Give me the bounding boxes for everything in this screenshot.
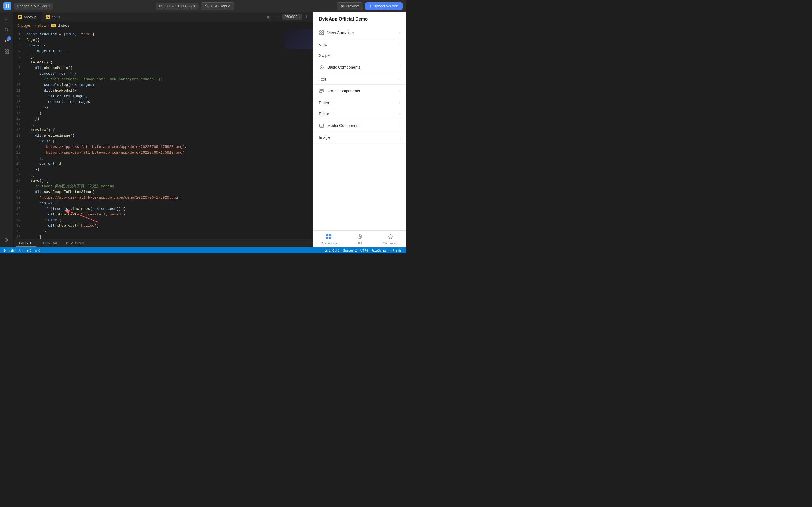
main-layout: 1 JS photo.js JS api.js ⊞ ··· 360x800 [0, 12, 406, 247]
svg-rect-12 [7, 52, 9, 54]
tab-api-js[interactable]: JS api.js [42, 12, 65, 22]
warnings-status[interactable]: ⚠ 0 [35, 249, 40, 252]
svg-point-19 [321, 67, 322, 68]
section-basic-components-label: Basic Components [327, 65, 396, 69]
cursor-position[interactable]: Ln 1, Col 1 [325, 249, 340, 252]
tab-photo-js[interactable]: JS photo.js [13, 12, 42, 22]
code-line: 33 dlt.showToast('Successfully saved') [13, 212, 313, 217]
upload-icon: ↑ [370, 4, 371, 8]
code-line: 13 content: res.images [13, 99, 313, 105]
list-item-text[interactable]: Text › [313, 74, 406, 85]
code-line: 35 dlt.showToast('Failed') [13, 223, 313, 229]
view-container-icon [319, 30, 324, 36]
resolution-text: 360x800 [285, 15, 297, 19]
section-basic-components[interactable]: Basic Components › [313, 61, 406, 74]
components-tab-label: Components [320, 242, 337, 245]
upload-version-button[interactable]: ↑ Upload Version [365, 2, 403, 10]
swiper-item-label: Swiper [319, 53, 331, 58]
list-item-editor[interactable]: Editor › [313, 108, 406, 119]
output-tab[interactable]: OUTPUT [16, 240, 36, 247]
git-branch-label: main* [8, 249, 16, 252]
code-line: 2Page({ [13, 37, 313, 43]
svg-rect-26 [329, 234, 331, 236]
topbar: Choose a MiniApp ▾ 0922337321000866 ▾ 🔌 … [0, 0, 406, 12]
language-label: JavaScript [371, 249, 386, 252]
button-item-label: Button [319, 101, 330, 105]
svg-rect-2 [6, 6, 7, 8]
usb-debug-label: USB Debug [211, 4, 231, 8]
more-actions-button[interactable]: ··· [274, 14, 281, 20]
image-item-chevron-icon: › [399, 135, 400, 139]
code-editor[interactable]: 1const trueList = [true, 'true'] 2Page({… [13, 29, 313, 239]
resolution-selector[interactable]: 360x800 ▾ [282, 14, 302, 20]
sync-status[interactable]: ↻ [19, 249, 23, 252]
activity-search[interactable] [2, 25, 12, 35]
tab-api[interactable]: API [344, 231, 375, 247]
section-form-components-label: Form Components [327, 89, 396, 93]
terminal-tab[interactable]: TERMINAL [38, 240, 61, 246]
breadcrumb-sep-1: › [33, 24, 34, 27]
chevron-down-icon: ▾ [49, 4, 50, 8]
section-view-container[interactable]: View Container › [313, 26, 406, 39]
list-item-button[interactable]: Button › [313, 98, 406, 108]
right-panel-header: ByteApp Official Demo [313, 12, 406, 26]
text-item-chevron-icon: › [399, 77, 400, 81]
js-file-icon-2: JS [46, 15, 50, 19]
activity-source-control[interactable]: 1 [2, 36, 12, 46]
usb-debug-button[interactable]: 🔌 USB Debug [201, 2, 234, 10]
section-media-components[interactable]: Media Components › [313, 119, 406, 132]
code-line: 24 current: 1 [13, 161, 313, 167]
activity-files[interactable] [2, 14, 12, 24]
tab-components[interactable]: Components [313, 231, 344, 247]
activity-settings[interactable] [2, 235, 12, 245]
status-bar: main* ↻ ⊘ 0 ⚠ 0 Ln 1, Col 1 Spaces: 2 UT… [0, 247, 406, 253]
svg-rect-20 [320, 90, 324, 91]
breadcrumb-folder-icon: ▪ [35, 24, 36, 27]
spaces-status[interactable]: Spaces: 2 [343, 249, 357, 252]
editor-area: JS photo.js JS api.js ⊞ ··· 360x800 ▾ ↻ … [13, 12, 313, 247]
device-id-selector[interactable]: 0922337321000866 ▾ [156, 3, 199, 10]
encoding-label: UTF8 [360, 249, 368, 252]
breadcrumb-filename[interactable]: photo.js [57, 24, 69, 27]
tab-photo-js-label: photo.js [24, 15, 37, 19]
tab-our-product[interactable]: Our Product [375, 231, 406, 247]
tab-bar: JS photo.js JS api.js ⊞ ··· 360x800 ▾ ↻ [13, 12, 313, 22]
breadcrumb-pages[interactable]: pages [21, 24, 31, 27]
code-line: 14 }) [13, 105, 313, 110]
preview-button[interactable]: ◉ Preview [337, 2, 363, 10]
code-line: 29 dlt.saveImageToPhotosAlbum( [13, 189, 313, 195]
component-list: View Container › View › Swiper › Basic C… [313, 26, 406, 230]
breadcrumb-photo[interactable]: photo [38, 24, 47, 27]
list-item-swiper[interactable]: Swiper › [313, 50, 406, 61]
basic-components-icon [319, 64, 324, 70]
code-line: 23 ], [13, 156, 313, 161]
button-item-chevron-icon: › [399, 101, 400, 105]
mini-map [285, 29, 313, 49]
status-bar-right: Ln 1, Col 1 Spaces: 2 UTF8 JavaScript ✓ … [325, 249, 403, 252]
split-editor-button[interactable]: ⊞ [265, 14, 272, 20]
miniapp-selector[interactable]: Choose a MiniApp ▾ [14, 3, 53, 10]
svg-point-30 [4, 249, 5, 250]
activity-extensions[interactable] [2, 47, 12, 57]
errors-status[interactable]: ⊘ 0 [26, 249, 31, 252]
devtools-tab[interactable]: DEVTOOLS [63, 240, 88, 246]
breadcrumb-js-icon: JS [51, 24, 56, 27]
form-components-icon [319, 88, 324, 94]
section-form-components[interactable]: Form Components › [313, 85, 406, 98]
encoding-status[interactable]: UTF8 [360, 249, 368, 252]
list-item-image[interactable]: Image › [313, 132, 406, 143]
code-line: 28 // todo: 保存图片没有回调，即没法loading [13, 184, 313, 189]
git-branch-status[interactable]: main* [3, 249, 16, 252]
language-status[interactable]: JavaScript [371, 249, 386, 252]
breadcrumb: ⬡ pages › ▪ photo › JS photo.js [13, 22, 313, 29]
list-item-view[interactable]: View › [313, 39, 406, 50]
app-logo [3, 2, 11, 10]
code-line: 10 console.log(res.images) [13, 82, 313, 88]
api-tab-icon [357, 233, 363, 241]
refresh-button[interactable]: ↻ [304, 14, 311, 20]
prettier-status[interactable]: ✓ Prettier [389, 249, 403, 252]
our-product-tab-label: Our Product [383, 242, 398, 245]
bottom-panel-tabs: OUTPUT TERMINAL DEVTOOLS [13, 239, 313, 247]
tab-api-js-label: api.js [52, 15, 60, 19]
usb-icon: 🔌 [205, 4, 209, 8]
